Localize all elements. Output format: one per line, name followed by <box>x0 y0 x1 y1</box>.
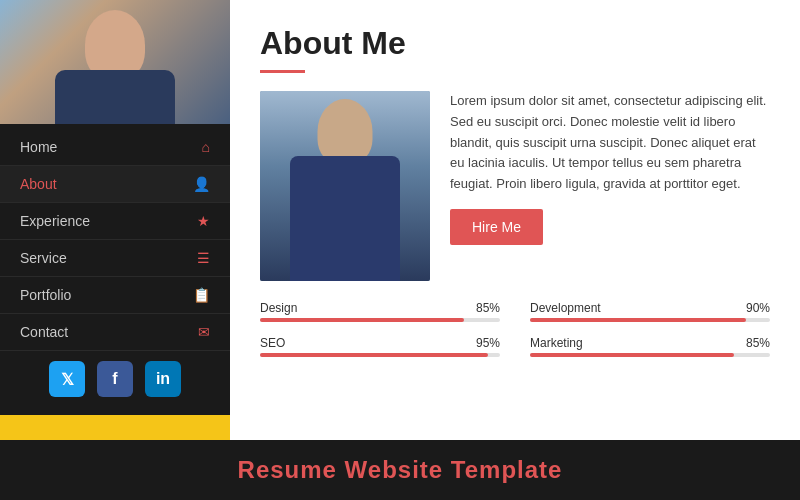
nav-label-home: Home <box>20 139 57 155</box>
skill-bar-bg <box>260 318 500 322</box>
skill-bar-fill <box>260 318 464 322</box>
nav-label-service: Service <box>20 250 67 266</box>
sidebar-item-experience[interactable]: Experience ★ <box>0 203 230 240</box>
skill-percent: 95% <box>476 336 500 350</box>
skill-header: Development 90% <box>530 301 770 315</box>
skill-percent: 85% <box>476 301 500 315</box>
skill-item: Design 85% <box>260 301 500 322</box>
skill-item: Development 90% <box>530 301 770 322</box>
sidebar-item-contact[interactable]: Contact ✉ <box>0 314 230 351</box>
skill-bar-bg <box>530 353 770 357</box>
home-icon: ⌂ <box>202 139 210 155</box>
skills-section: Design 85% Development 90% SEO 95% <box>260 301 770 363</box>
skill-bar-fill <box>530 353 734 357</box>
profile-photo-image-2 <box>260 91 430 281</box>
title-underline <box>260 70 305 73</box>
twitter-icon: 𝕏 <box>61 370 74 389</box>
skill-name: Design <box>260 301 297 315</box>
skill-item: Marketing 85% <box>530 336 770 357</box>
social-links: 𝕏 f in <box>49 351 181 397</box>
contact-icon: ✉ <box>198 324 210 340</box>
facebook-icon: f <box>112 370 117 388</box>
main-content: About Me Lorem ipsum dolor sit amet, con… <box>230 0 800 440</box>
skill-header: Design 85% <box>260 301 500 315</box>
skill-bar-bg <box>530 318 770 322</box>
skill-name: SEO <box>260 336 285 350</box>
sidebar-item-service[interactable]: Service ☰ <box>0 240 230 277</box>
skill-item: SEO 95% <box>260 336 500 357</box>
twitter-button[interactable]: 𝕏 <box>49 361 85 397</box>
about-profile-photo <box>260 91 430 281</box>
sidebar-nav: Home ⌂ About 👤 Experience ★ Service ☰ Po… <box>0 129 230 351</box>
about-icon: 👤 <box>193 176 210 192</box>
skill-bar-fill <box>260 353 488 357</box>
skill-bar-fill <box>530 318 746 322</box>
main-area: Home ⌂ About 👤 Experience ★ Service ☰ Po… <box>0 0 800 440</box>
skill-name: Development <box>530 301 601 315</box>
linkedin-button[interactable]: in <box>145 361 181 397</box>
page-wrapper: Home ⌂ About 👤 Experience ★ Service ☰ Po… <box>0 0 800 500</box>
skill-header: Marketing 85% <box>530 336 770 350</box>
sidebar-item-home[interactable]: Home ⌂ <box>0 129 230 166</box>
sidebar-item-about[interactable]: About 👤 <box>0 166 230 203</box>
profile-photo-image <box>0 0 230 124</box>
skill-name: Marketing <box>530 336 583 350</box>
footer-title: Resume Website Template <box>238 456 563 484</box>
skill-percent: 90% <box>746 301 770 315</box>
facebook-button[interactable]: f <box>97 361 133 397</box>
linkedin-icon: in <box>156 370 170 388</box>
about-top-section: Lorem ipsum dolor sit amet, consectetur … <box>260 91 770 281</box>
skill-percent: 85% <box>746 336 770 350</box>
nav-label-contact: Contact <box>20 324 68 340</box>
nav-label-portfolio: Portfolio <box>20 287 71 303</box>
about-body-text: Lorem ipsum dolor sit amet, consectetur … <box>450 91 770 195</box>
about-text-section: Lorem ipsum dolor sit amet, consectetur … <box>450 91 770 281</box>
service-icon: ☰ <box>197 250 210 266</box>
footer-bar: Resume Website Template <box>0 440 800 500</box>
experience-icon: ★ <box>197 213 210 229</box>
sidebar-item-portfolio[interactable]: Portfolio 📋 <box>0 277 230 314</box>
nav-label-experience: Experience <box>20 213 90 229</box>
sidebar-profile-photo <box>0 0 230 124</box>
sidebar: Home ⌂ About 👤 Experience ★ Service ☰ Po… <box>0 0 230 415</box>
page-title: About Me <box>260 25 770 62</box>
portfolio-icon: 📋 <box>193 287 210 303</box>
skill-header: SEO 95% <box>260 336 500 350</box>
nav-label-about: About <box>20 176 57 192</box>
hire-me-button[interactable]: Hire Me <box>450 209 543 245</box>
skill-bar-bg <box>260 353 500 357</box>
